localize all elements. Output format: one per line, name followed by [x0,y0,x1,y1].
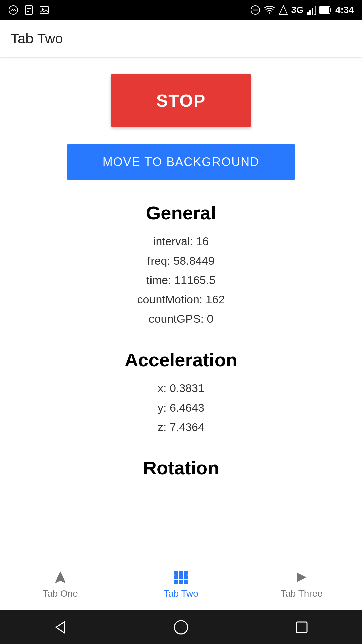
rotation-section: Rotation [143,457,219,487]
tab-two-label: Tab Two [164,588,198,599]
svg-point-6 [42,8,44,10]
accel-x: x: 0.3831 [125,379,237,398]
svg-rect-5 [40,7,49,13]
svg-marker-27 [297,573,306,582]
status-time: 4:34 [335,5,354,15]
general-title: General [137,202,225,224]
general-section: General interval: 16 freq: 58.8449 time:… [137,202,225,329]
general-interval: interval: 16 [137,232,225,251]
tab-two-icon [173,569,189,586]
general-count-gps: countGPS: 0 [137,309,225,329]
svg-rect-20 [184,571,188,575]
status-icons-right: 3G 4:34 [250,5,354,15]
tab-one-label: Tab One [43,588,78,599]
tab-three-icon [293,569,310,586]
tab-two[interactable]: Tab Two [121,557,241,610]
svg-rect-19 [179,571,183,575]
toolbar: Tab Two [0,20,362,57]
tab-one-icon [52,569,69,586]
nfc-icon [23,5,34,15]
svg-rect-11 [309,10,311,15]
move-to-background-button[interactable]: MOVE TO BACKGROUND [67,144,295,180]
svg-rect-22 [179,575,183,579]
svg-rect-16 [330,8,331,12]
tab-three[interactable]: Tab Three [241,557,362,610]
accel-y: y: 6.4643 [125,398,237,418]
tab-three-label: Tab Three [281,588,323,599]
svg-marker-17 [55,571,66,583]
network-indicator: 3G [291,5,304,15]
svg-rect-30 [296,622,307,633]
status-bar: 3G 4:34 [0,0,362,20]
general-count-motion: countMotion: 162 [137,290,225,309]
general-time: time: 11165.5 [137,271,225,290]
svg-point-29 [174,621,188,634]
tab-bar: Tab One Tab Two Tab Three [0,557,362,610]
main-content: STOP MOVE TO BACKGROUND General interval… [0,57,362,557]
general-freq: freq: 58.8449 [137,251,225,271]
page-title: Tab Two [11,31,63,47]
svg-rect-13 [314,6,316,15]
tab-one[interactable]: Tab One [0,557,121,610]
stop-button[interactable]: STOP [111,74,251,127]
nav-back-button[interactable] [49,615,72,639]
accel-z: z: 7.4364 [125,418,237,437]
rotation-title: Rotation [143,457,219,479]
nav-home-button[interactable] [169,615,193,639]
acceleration-section: Acceleration x: 0.3831 y: 6.4643 z: 7.43… [125,349,237,437]
status-icons-left [8,5,50,15]
svg-marker-9 [279,6,287,14]
svg-rect-24 [174,580,178,584]
acceleration-title: Acceleration [125,349,237,371]
nav-recents-button[interactable] [290,615,313,639]
svg-rect-25 [179,580,183,584]
messenger-icon [8,5,19,15]
svg-marker-28 [56,622,65,633]
svg-rect-15 [320,7,329,13]
svg-rect-26 [184,580,188,584]
svg-rect-10 [307,12,309,15]
svg-rect-23 [184,575,188,579]
svg-rect-21 [174,575,178,579]
svg-rect-12 [312,8,313,15]
nav-bar [0,610,362,644]
photos-icon [39,5,50,15]
svg-rect-18 [174,571,178,575]
